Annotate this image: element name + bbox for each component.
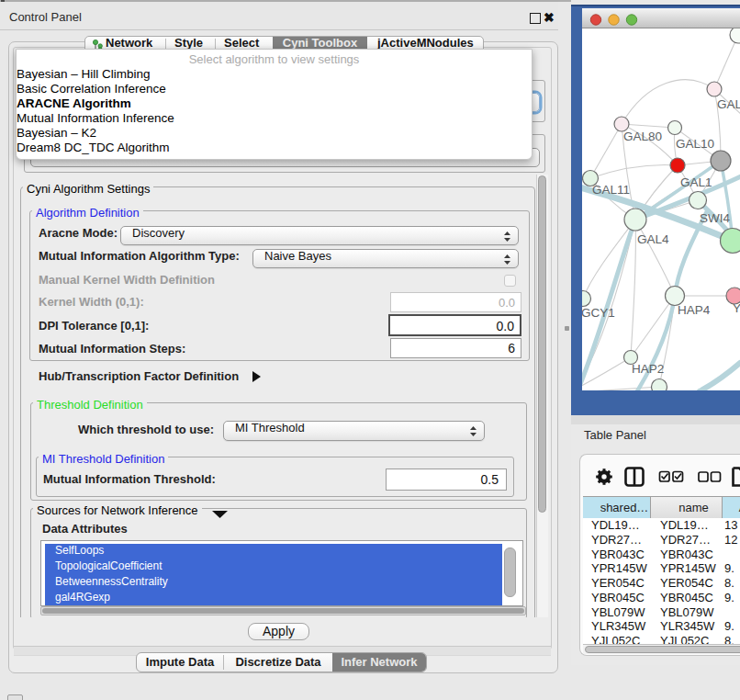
svg-text:HAP4: HAP4 [678, 303, 711, 317]
svg-text:Y: Y [733, 301, 740, 315]
svg-text:GAL80: GAL80 [623, 130, 662, 143]
svg-text:GAL1: GAL1 [680, 175, 712, 189]
svg-text:HAP2: HAP2 [632, 362, 664, 376]
svg-text:GAL11: GAL11 [592, 183, 630, 197]
svg-text:GAL4: GAL4 [637, 232, 669, 246]
svg-text:GAL7: GAL7 [717, 97, 740, 111]
svg-text:GCY1: GCY1 [582, 306, 615, 320]
svg-text:SWI4: SWI4 [700, 211, 730, 225]
svg-text:GAL10: GAL10 [676, 137, 714, 151]
